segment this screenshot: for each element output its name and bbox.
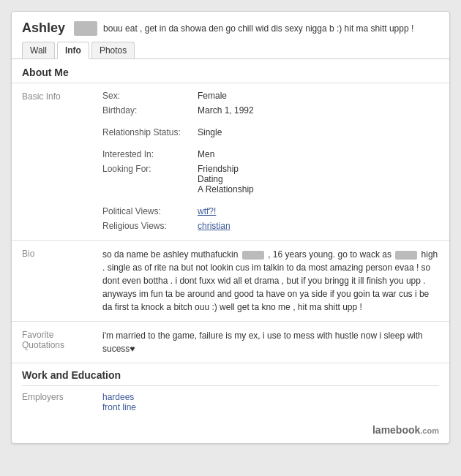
sex-field-group: Sex: Female: [102, 91, 254, 101]
religious-views-value[interactable]: christian: [198, 221, 230, 231]
tab-photos[interactable]: Photos: [91, 42, 135, 58]
work-education-section: Work and Education Employers hardees fro…: [12, 363, 449, 418]
employers-values: hardees front line: [102, 392, 136, 412]
looking-for-value: Friendship Dating A Relationship: [198, 164, 254, 194]
interested-in-label: Interested In:: [102, 149, 198, 159]
rel-status-field-group: Relationship Status: Single: [102, 127, 254, 137]
political-views-field-group: Political Views: wtf?!: [102, 206, 254, 216]
interested-in-value: Men: [198, 149, 214, 159]
footer: lamebook.com: [12, 418, 449, 443]
profile-status: bouu eat , get in da showa den go chill …: [103, 23, 439, 34]
birthday-value: March 1, 1992: [198, 105, 254, 116]
quotations-block: FavoriteQuotations i'm married to the ga…: [12, 322, 449, 363]
employers-label: Employers: [22, 392, 102, 402]
bio-label: Bio: [22, 248, 102, 259]
looking-for-field-group: Looking For: Friendship Dating A Relatio…: [102, 164, 254, 194]
basic-info-block: Basic Info Sex: Female Birthday: March 1…: [12, 83, 449, 241]
quotations-label: FavoriteQuotations: [22, 329, 102, 350]
profile-card: Ashley bouu eat , get in da showa den go…: [11, 11, 450, 444]
work-education-header: Work and Education: [22, 369, 439, 386]
tab-wall[interactable]: Wall: [22, 42, 55, 58]
bio-text-after1: , 16 years young. go to wack as: [268, 249, 391, 260]
bio-text-before1: so da name be ashley muthafuckin: [102, 249, 238, 260]
bio-text: so da name be ashley muthafuckin , 16 ye…: [102, 248, 439, 314]
tab-info[interactable]: Info: [57, 42, 89, 59]
profile-header: Ashley bouu eat , get in da showa den go…: [12, 12, 449, 42]
rel-status-label: Relationship Status:: [102, 127, 198, 137]
birthday-label: Birthday:: [102, 105, 198, 116]
bio-redacted-2: [395, 251, 417, 260]
about-me-header: About Me: [12, 59, 449, 83]
quotations-text: i'm married to the game, failure is my e…: [102, 329, 439, 355]
political-views-label: Political Views:: [102, 206, 198, 216]
rel-status-value: Single: [198, 127, 222, 137]
religious-views-field-group: Religious Views: christian: [102, 221, 254, 231]
religious-views-label: Religious Views:: [102, 221, 198, 231]
basic-info-row: Basic Info Sex: Female Birthday: March 1…: [22, 91, 439, 231]
employer-role[interactable]: front line: [102, 402, 136, 412]
logo-text: lamebook: [372, 424, 420, 436]
logo-com: .com: [420, 426, 439, 435]
basic-info-fields: Sex: Female Birthday: March 1, 1992 Rela…: [102, 91, 254, 231]
birthday-field-group: Birthday: March 1, 1992: [102, 105, 254, 116]
interested-in-field-group: Interested In: Men: [102, 149, 254, 159]
bio-block: Bio so da name be ashley muthafuckin , 1…: [12, 241, 449, 322]
logo: lamebook.com: [372, 424, 439, 436]
sex-label: Sex:: [102, 91, 198, 101]
tabs-bar: Wall Info Photos: [12, 42, 449, 59]
basic-info-label: Basic Info: [22, 91, 102, 102]
looking-for-label: Looking For:: [102, 164, 198, 174]
avatar: [74, 21, 97, 36]
employers-row: Employers hardees front line: [22, 392, 439, 412]
sex-value: Female: [198, 91, 227, 101]
profile-name: Ashley: [22, 20, 65, 36]
employer-name[interactable]: hardees: [102, 392, 136, 402]
political-views-value[interactable]: wtf?!: [198, 206, 216, 216]
bio-redacted-1: [242, 251, 264, 260]
